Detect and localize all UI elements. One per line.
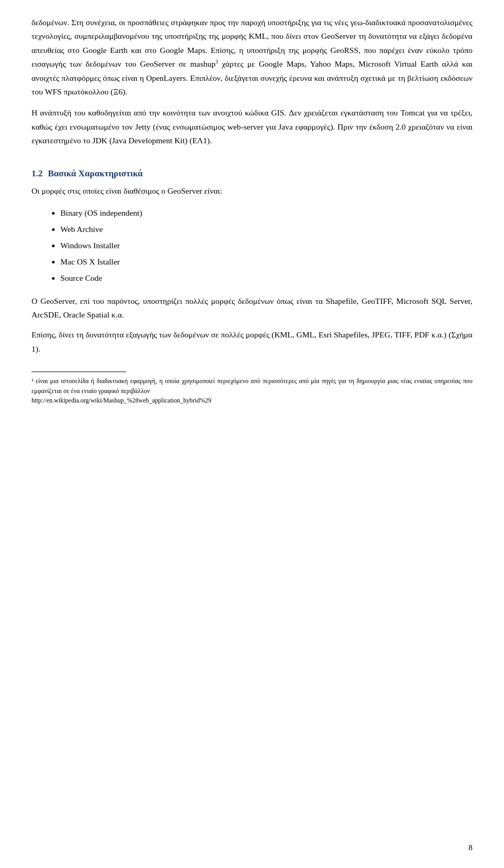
page-number: 8 [469, 843, 473, 852]
section-heading: 1.2 Βασικά Χαρακτηριστικά [32, 168, 472, 179]
page-container: δεδομένων. Στη συνέχεια, οι προσπάθειες … [0, 0, 504, 868]
footnote-url: http://en.wikipedia.org/wiki/Mashup_%28w… [32, 397, 211, 404]
paragraph-after-bullets-1: Ο GeoServer, επί του παρόντος, υποστηρίζ… [32, 294, 472, 322]
list-item: Windows Installer [60, 237, 472, 253]
paragraph-after-bullets-2: Επίσης, δίνει τη δυνατότητα εξαγωγής των… [32, 328, 472, 356]
list-item: Mac OS X Istaller [60, 253, 472, 270]
footnote-text: ³ είναι μια ιστοσελίδα ή διαδικτυακή εφα… [32, 377, 472, 395]
section-title: Βασικά Χαρακτηριστικά [48, 168, 142, 179]
list-item: Web Archive [60, 221, 472, 237]
bullet-list: Binary (OS independent) Web Archive Wind… [60, 205, 472, 286]
section-intro: Οι μορφές στις οποίες είναι διαθέσιμος ο… [32, 184, 472, 198]
footnote-divider [32, 372, 126, 372]
section-number: 1.2 [32, 168, 43, 179]
list-item: Binary (OS independent) [60, 205, 472, 221]
footnote: ³ είναι μια ιστοσελίδα ή διαδικτυακή εφα… [32, 376, 472, 406]
list-item: Source Code [60, 270, 472, 286]
paragraph-1: δεδομένων. Στη συνέχεια, οι προσπάθειες … [32, 16, 472, 99]
paragraph-2: Η ανάπτυξή του καθοδηγείται από την κοιν… [32, 106, 472, 147]
